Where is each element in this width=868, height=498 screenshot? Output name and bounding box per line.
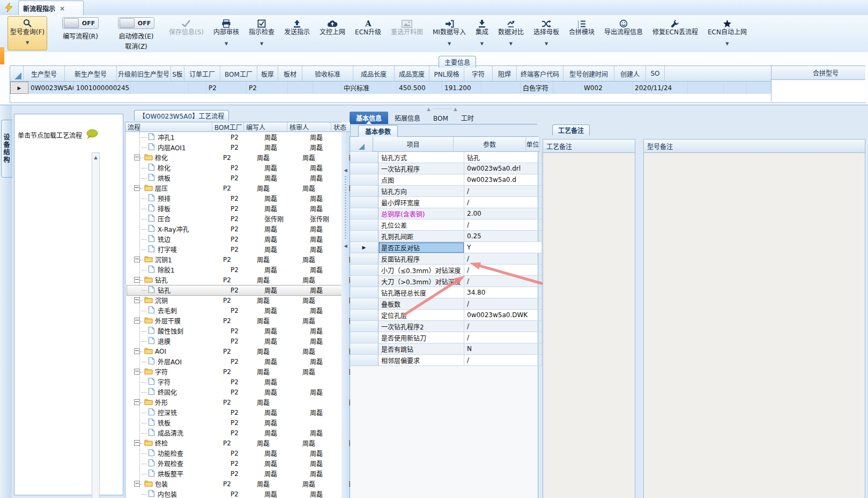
tree-row[interactable]: 控深铣P2周磊周磊已审核 [125, 407, 350, 418]
hint-row[interactable]: 单击节点加载工艺流程 [18, 129, 120, 141]
cancel-button[interactable]: 取消(Z) [125, 41, 147, 50]
tree-cell-bom[interactable]: P2 [226, 377, 259, 387]
tree-cell-writer[interactable]: 周磊 [252, 479, 298, 489]
tree-cell-writer[interactable]: 周磊 [252, 254, 298, 265]
tree-cell-auditor[interactable]: 周磊 [305, 244, 351, 254]
tree-node[interactable]: 铣边 [125, 234, 226, 244]
param-row[interactable]: 总铜厚(含表铜)2.00oz [350, 208, 538, 219]
tree-node[interactable]: 沉铜 [125, 295, 218, 305]
param-row[interactable]: 定位孔层0w0023w5a0.DWK [350, 310, 538, 321]
grid-cell[interactable] [313, 82, 342, 94]
collapse-handle[interactable]: ▲ ·········· ▲ [407, 107, 477, 112]
toolbar-button[interactable]: 修复ECN丢流程 [648, 15, 703, 36]
param-value-cell[interactable]: 0w0023w5a0.DWK [464, 310, 542, 321]
tree-node[interactable]: 包装 [125, 479, 218, 489]
param-row-selector[interactable] [350, 231, 379, 242]
tree-cell-auditor[interactable]: 周磊 [305, 132, 351, 142]
tree-row[interactable]: 外层AOIP2周磊周磊已审核 [125, 356, 350, 367]
param-row[interactable]: 是否使用新钻刀/ [350, 332, 538, 343]
scroll-up-icon[interactable]: ▲ [94, 155, 97, 498]
grid-cell[interactable]: W002 [582, 82, 633, 94]
param-item-cell[interactable]: 孔位公差 [379, 219, 464, 231]
tree-cell-auditor[interactable]: 周磊 [305, 234, 351, 244]
tab-process-remark[interactable]: 工艺备注 [552, 124, 590, 135]
tree-cell-bom[interactable]: P2 [226, 203, 259, 214]
tree-row[interactable]: 成品清洗P2周磊周磊已审核 [125, 428, 350, 438]
tree-row[interactable]: 外形P2周磊已编写 [125, 397, 350, 407]
grid-cell[interactable]: 白色字符 [521, 82, 553, 94]
toolbar-button[interactable]: 发送指示 [279, 15, 315, 36]
merge-model-header[interactable]: 合拼型号 [771, 66, 865, 80]
remark-scrollbar[interactable]: ▲ [92, 152, 100, 498]
tree-cell-auditor[interactable] [305, 377, 351, 387]
chevron-down-icon[interactable]: ▼ [480, 41, 484, 47]
tree-node[interactable]: 棕化 [125, 152, 218, 163]
tree-row[interactable]: 外层干膜P2周磊周磊已审核 [125, 316, 350, 326]
tree-cell-auditor[interactable]: 周磊 [298, 438, 344, 448]
tree-row[interactable]: 冲孔1P2周磊周磊已审核 [125, 132, 350, 142]
tree-cell-writer[interactable]: 周磊 [259, 387, 305, 397]
column-header[interactable]: 型号创建时间 [563, 66, 614, 82]
tree-node[interactable]: 外层AOI [125, 356, 226, 367]
tree-cell-auditor[interactable]: 周磊 [298, 479, 344, 489]
tree-cell-writer[interactable]: 周磊 [259, 132, 305, 142]
column-header[interactable]: PNL规格 [429, 66, 464, 82]
param-item-cell[interactable]: 一次钻孔程序2 [379, 321, 464, 332]
tree-cell-writer[interactable]: 周磊 [252, 397, 298, 407]
param-value-cell[interactable]: / [464, 197, 542, 208]
param-column-header[interactable]: 项目 [373, 137, 454, 152]
chevron-down-icon[interactable]: ▼ [225, 41, 228, 47]
param-row-selector[interactable]: ▶ [350, 242, 379, 253]
model-query-button[interactable]: 型号查询(F)▼ [8, 16, 47, 50]
tree-node[interactable]: 打字唛 [125, 244, 226, 254]
tree-row[interactable]: 退膜P2周磊周磊已审核 [125, 336, 350, 346]
toolbar-button[interactable]: 文控上网 [315, 15, 350, 36]
toolbar-button[interactable]: 集成▼ [471, 15, 493, 47]
grid-cell[interactable] [189, 82, 206, 94]
toolbar-item-label[interactable]: 编写流程(R) [63, 31, 98, 40]
tree-cell-status[interactable]: 已审核 [344, 479, 351, 489]
tree-node[interactable]: X-Ray冲孔 [125, 224, 226, 234]
tree-cell-status[interactable]: 已审核 [344, 183, 351, 193]
toolbar-item-label[interactable]: 启动修改(E) [119, 31, 154, 40]
param-value-cell[interactable]: / [464, 298, 542, 310]
tree-cell-status[interactable]: 已审核 [344, 275, 351, 285]
row-selector[interactable]: ▶ [10, 82, 28, 94]
close-icon[interactable]: × [60, 5, 65, 12]
param-value-cell[interactable]: Y [464, 242, 542, 253]
tree-row[interactable]: 去毛刺P2周磊周磊已审核 [125, 305, 350, 316]
document-tab[interactable]: 新流程指示 × [18, 1, 84, 16]
collapse-node-icon[interactable] [134, 297, 140, 303]
tree-cell-bom[interactable]: P2 [226, 336, 259, 346]
tree-node[interactable]: 冲孔1 [125, 132, 226, 142]
param-item-cell[interactable]: 是否正反对钻 [379, 242, 464, 253]
tree-row[interactable]: 内包装P2周磊周磊已审核 [125, 489, 350, 498]
tree-cell-status[interactable]: 已审核 [344, 438, 351, 448]
chevron-down-icon[interactable]: ▼ [448, 41, 451, 47]
param-row-selector[interactable] [350, 310, 379, 321]
tree-cell-writer[interactable]: 周磊 [252, 438, 298, 448]
param-column-header[interactable]: 参数 [454, 137, 526, 152]
param-grid-corner[interactable] [350, 137, 373, 152]
tree-cell-writer[interactable]: 周磊 [259, 418, 305, 428]
tree-column-header[interactable]: 编写人 [244, 122, 287, 132]
tree-cell-bom[interactable]: P2 [226, 428, 259, 438]
tree-cell-writer[interactable]: 周磊 [259, 265, 305, 275]
tree-cell-bom[interactable]: P2 [226, 387, 259, 397]
param-item-cell[interactable]: 一次钻孔程序 [379, 163, 464, 174]
tree-node[interactable]: 烘板 [125, 173, 226, 183]
tree-cell-writer[interactable]: 周磊 [259, 285, 305, 295]
tree-row[interactable]: 打字唛P2周磊周磊已审核 [125, 244, 350, 254]
param-item-cell[interactable]: 钻孔方式 [379, 152, 464, 163]
tree-cell-bom[interactable]: P2 [226, 305, 259, 316]
param-row[interactable]: 点图0w0023w5a0.d [350, 174, 538, 186]
tree-row[interactable]: 酸性蚀刻P2周磊周磊已审核 [125, 326, 350, 336]
column-header[interactable]: 生产型号 [24, 66, 65, 82]
param-row[interactable]: 叠板数/ [350, 298, 538, 310]
param-row-selector[interactable] [350, 152, 379, 163]
param-row-selector[interactable] [350, 287, 379, 298]
tree-row[interactable]: 钻孔P2周磊周磊已审核 [125, 275, 350, 285]
tree-cell-writer[interactable]: 周磊 [259, 173, 305, 183]
tree-cell-bom[interactable]: P2 [218, 346, 252, 356]
grid-corner-cell[interactable] [10, 66, 24, 82]
